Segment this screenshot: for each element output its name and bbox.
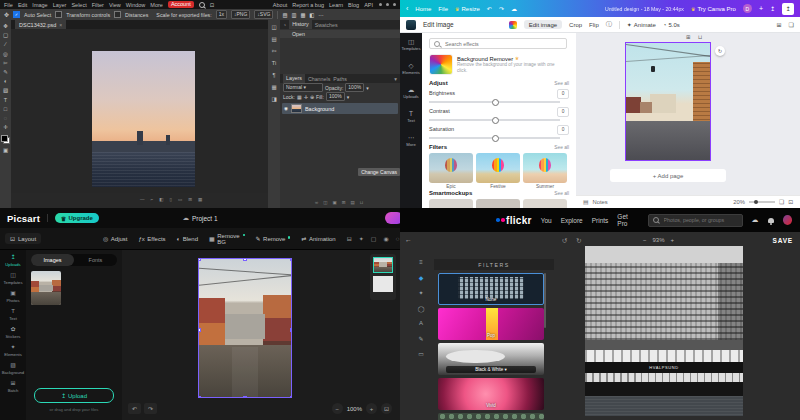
hand-tool[interactable]: ◌ xyxy=(4,115,7,121)
resize-handle[interactable] xyxy=(243,396,247,399)
back-chevron-icon[interactable]: ‹ xyxy=(406,5,408,12)
fit-screen-button[interactable]: ⊡ xyxy=(381,403,392,414)
resize-handle[interactable] xyxy=(198,396,201,399)
filter-black-white[interactable]: Black & White ▾ xyxy=(438,343,544,375)
scale-value[interactable]: 1x xyxy=(216,10,227,19)
more-options-icon[interactable]: ⋯ xyxy=(318,12,323,18)
editing-photo[interactable]: ↻ xyxy=(198,258,292,398)
sidebar-item-uploads[interactable]: ↥Uploads xyxy=(5,254,20,267)
zoom-out-button[interactable]: − xyxy=(332,403,343,414)
nav-you[interactable]: You xyxy=(541,217,552,224)
scrollbar[interactable] xyxy=(544,273,546,328)
image-chip[interactable] xyxy=(406,20,416,30)
design-title[interactable]: Untitled design - 18 May - 20:44px xyxy=(605,6,684,12)
filters-droplet-icon[interactable]: ◆ xyxy=(419,274,424,281)
saturation-slider[interactable] xyxy=(429,137,560,139)
link-api[interactable]: API xyxy=(364,2,373,8)
zoom-slider[interactable] xyxy=(749,201,775,203)
link-blog[interactable]: Blog xyxy=(348,2,359,8)
search-icon[interactable] xyxy=(199,2,205,8)
layer-thumbnail[interactable] xyxy=(373,276,393,292)
brush-tool[interactable]: ✎ xyxy=(3,69,8,75)
avatar[interactable] xyxy=(783,215,792,225)
effects-tool[interactable]: ƒxEffects xyxy=(138,236,165,242)
picsart-logo[interactable]: Picsart xyxy=(7,213,40,224)
distribute-icon[interactable]: ◧ xyxy=(309,12,314,18)
sidebar-item-background[interactable]: ▨Background xyxy=(2,362,24,375)
menu-image[interactable]: Image xyxy=(32,2,47,8)
redo-icon[interactable]: ↻ xyxy=(576,237,581,245)
sidebar-item-elements[interactable]: ◇Elements xyxy=(402,62,419,75)
sidebar-item-stickers[interactable]: ✿Stickers xyxy=(6,326,21,339)
rail-icon-3[interactable]: ✄ xyxy=(272,48,277,54)
status-icons[interactable]: —⌐◧▯▭⊞▦ xyxy=(140,197,202,202)
menu-window[interactable]: Window xyxy=(126,2,146,8)
resize-handle[interactable] xyxy=(290,258,293,261)
undo-icon[interactable]: ↶ xyxy=(487,5,492,12)
try-canva-pro-button[interactable]: ♛ Try Canva Pro xyxy=(691,6,736,12)
tab-swatches[interactable]: Swatches xyxy=(315,22,338,28)
upload-icon[interactable]: ↥ xyxy=(770,5,775,12)
social-icon-2[interactable] xyxy=(386,3,389,6)
wand-tool[interactable]: ◎ xyxy=(3,51,8,57)
undo-button[interactable]: ↶ xyxy=(128,403,141,414)
opacity-value[interactable]: 100% xyxy=(345,83,364,92)
move-tool[interactable]: ✥ xyxy=(3,23,8,29)
crop-icon[interactable]: ▢ xyxy=(371,235,377,242)
link-learn[interactable]: Learn xyxy=(329,2,343,8)
tab-channels[interactable]: Channels xyxy=(308,76,330,82)
redo-button[interactable]: ↷ xyxy=(144,403,157,414)
dodge-tool[interactable]: ◐ xyxy=(4,78,7,84)
search-effects-box[interactable] xyxy=(429,38,567,49)
document-tab[interactable]: DSC13432.psd × xyxy=(15,20,66,29)
chevron-down-icon[interactable]: ▾ xyxy=(366,85,369,91)
frame-icon[interactable]: ▭ xyxy=(418,350,424,357)
shape-tool[interactable]: □ xyxy=(4,106,7,112)
rail-icon-6[interactable]: ▦ xyxy=(271,84,276,90)
type-panel-icon[interactable]: Ti xyxy=(272,60,276,66)
contrast-value[interactable]: 0 xyxy=(557,107,569,117)
enhance-icon[interactable]: ✦ xyxy=(359,235,364,242)
contrast-slider[interactable] xyxy=(429,119,560,121)
resize-handle[interactable] xyxy=(290,396,293,399)
file-menu[interactable]: File xyxy=(438,6,448,12)
distances-checkbox[interactable] xyxy=(114,11,121,18)
menu-layer[interactable]: Layer xyxy=(53,2,67,8)
draw-icon[interactable]: ✎ xyxy=(418,335,423,342)
search-input[interactable] xyxy=(662,216,738,224)
duplicate-icon[interactable]: ⊞ xyxy=(686,34,691,40)
rail-icon-2[interactable]: ▤ xyxy=(271,36,276,42)
link-report-bug[interactable]: Report a bug xyxy=(292,2,324,8)
flip-button[interactable]: Flip xyxy=(589,22,599,28)
lock-pixels-icon[interactable]: ▦ xyxy=(297,94,302,100)
selected-image[interactable] xyxy=(625,42,711,161)
filter-vivid[interactable]: Vivid xyxy=(438,378,544,410)
search-input[interactable] xyxy=(443,40,562,48)
tab-layers[interactable]: Layers xyxy=(283,74,305,83)
layers-mini-panel[interactable] xyxy=(370,254,396,300)
crop-button[interactable]: Crop xyxy=(569,22,582,28)
text-tool-icon[interactable]: A xyxy=(419,320,423,326)
rail-icon-1[interactable]: ◫ xyxy=(271,24,276,30)
adjust-see-all[interactable]: See all xyxy=(554,81,569,86)
social-icon-3[interactable] xyxy=(393,3,396,6)
mask-mode-icon[interactable]: ▣ xyxy=(3,147,8,153)
export-png-button[interactable]: ↓PNG xyxy=(231,10,250,19)
stamp-tool[interactable]: ▨ xyxy=(3,87,8,93)
lasso-tool[interactable]: ∕ xyxy=(5,41,6,47)
type-tool[interactable]: T xyxy=(4,97,7,103)
tab-images[interactable]: Images xyxy=(31,254,74,266)
auto-select-checkbox[interactable]: ✓ xyxy=(13,11,20,18)
picsart-canvas[interactable]: ↻ ↶ ↷ − 100% + ⊡ xyxy=(122,250,400,420)
menu-file[interactable]: File xyxy=(4,2,13,8)
zoom-in-button[interactable]: + xyxy=(366,403,377,414)
change-canvas-button[interactable]: Change Canvas xyxy=(358,168,400,176)
layers-panel-buttons[interactable]: ∞◫▣⊞▤⊔ xyxy=(315,200,363,205)
zoom-in-button[interactable]: + xyxy=(671,237,675,243)
menu-more[interactable]: More xyxy=(150,2,163,8)
blend-tool[interactable]: ◐Blend xyxy=(177,236,198,242)
upload-thumbnail[interactable] xyxy=(31,271,61,305)
animate-button[interactable]: ✦ Animate xyxy=(627,21,656,28)
tab-fonts[interactable]: Fonts xyxy=(74,254,117,266)
close-icon[interactable]: × xyxy=(59,22,62,28)
